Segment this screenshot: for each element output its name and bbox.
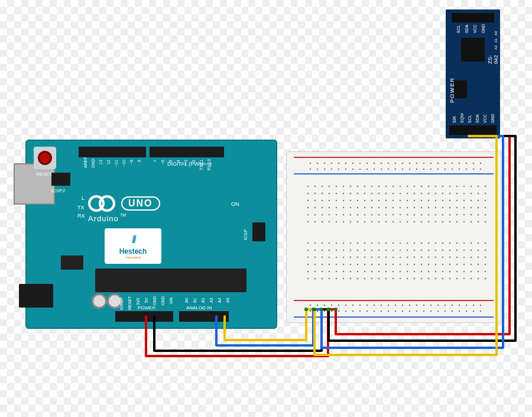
rtc-pin-32k: 32K (452, 116, 456, 123)
pin-d11: ~11 (114, 160, 118, 167)
pin-a3: A3 (209, 298, 213, 303)
analog-section-label: ANALOG IN (186, 305, 212, 311)
pin-d8: 8 (137, 160, 141, 162)
bb-holes-rail-top (306, 159, 483, 171)
pin-d13: 13 (99, 160, 103, 164)
pin-vin: VIN (169, 297, 173, 304)
arduino-wordmark: Arduino (88, 214, 119, 223)
pin-aref: AREF (83, 157, 87, 168)
reset-button[interactable] (34, 147, 56, 169)
pin-a5: A5 (226, 298, 230, 303)
rtc-pin-vcc-top: VCC (473, 24, 477, 33)
rtc-pin-sqw: SQW (460, 113, 464, 123)
rtc-pin-vcc: VCC (483, 114, 487, 123)
rtc-eeprom-chip (454, 80, 467, 98)
rtc-pin-scl: SCL (468, 115, 472, 123)
rtc-pin-gnd-top: GND (481, 24, 485, 33)
bb-rail-top-neg (294, 173, 494, 174)
pin-tx0: TX0 1 (199, 159, 203, 170)
power-header (115, 311, 173, 322)
bb-rail-top-pos (294, 157, 494, 158)
atmega-chip (95, 269, 246, 292)
led-rx-label: RX (77, 213, 85, 219)
board-branding: UNO (88, 196, 160, 211)
icsp-label: ICSP (243, 229, 248, 240)
rtc-addr-a1: A1 (494, 38, 498, 43)
pin-d5: ~5 (168, 160, 173, 164)
icsp-header (252, 222, 265, 241)
rtc-addr-a0: A0 (494, 31, 498, 35)
on-led-label: ON (231, 201, 239, 207)
uno-badge: UNO (121, 196, 160, 211)
watermark: //// Hestech Indonesia (105, 228, 161, 264)
pin-5v: 5V (144, 298, 148, 303)
reset-label: RESET (36, 172, 52, 177)
pin-ioref: IOREF (119, 298, 124, 310)
rtc-header-bottom (449, 125, 497, 135)
rtc-addr-a2: A2 (494, 46, 498, 50)
power-jack (19, 284, 53, 308)
pin-a1: A1 (193, 298, 197, 303)
pin-reset: RESET (128, 296, 132, 310)
pin-d10: ~10 (122, 160, 126, 167)
rtc-pin-sda: SDA (475, 115, 479, 123)
rtc-module: SCL SDA VCC GND A0 A1 A2 32K SQW SCL SDA… (446, 9, 500, 138)
rtc-pin-sda-top: SDA (465, 25, 469, 33)
pin-d2: 2 (192, 160, 196, 162)
pin-d4: 4 (176, 160, 180, 162)
icsp2-header (51, 173, 70, 186)
pin-a2: A2 (201, 298, 205, 303)
pin-gnd-d: GND (91, 159, 95, 168)
watermark-subtitle: Indonesia (125, 256, 141, 259)
pin-d9: ~9 (129, 160, 134, 164)
bb-rail-bot-pos (294, 300, 494, 301)
bb-rail-bot-neg (294, 316, 494, 318)
digital-header-left (79, 147, 146, 157)
pin-d12: 12 (106, 160, 111, 164)
icsp2-label: ICSP2 (51, 188, 65, 193)
digital-header-right (150, 147, 224, 157)
arduino-board: RESET ICSP2 DIGITAL (PWM=~) AREF GND 13 … (25, 140, 277, 329)
digital-section-label: DIGITAL (PWM=~) (167, 161, 212, 167)
bb-holes-lower (303, 238, 490, 281)
pin-rx0: RX0 0 (207, 159, 211, 170)
analog-header (179, 311, 229, 322)
rtc-ds3231-chip (461, 38, 485, 62)
bb-holes-rail-bottom (306, 301, 483, 313)
watermark-brand: Hestech (119, 247, 147, 256)
breadboard (286, 151, 501, 323)
rtc-model-label: ZS-042 (487, 51, 499, 64)
pin-d3: ~3 (184, 160, 188, 164)
rtc-pin-scl-top: SCL (456, 25, 460, 33)
rtc-pin-gnd: GND (491, 114, 495, 123)
voltage-regulator (61, 256, 83, 270)
power-section-label: POWER (138, 305, 155, 311)
infinity-icon (88, 196, 115, 211)
pin-a0: A0 (184, 298, 189, 303)
bb-holes-upper (303, 182, 490, 224)
led-tx-label: TX (77, 205, 85, 211)
tm-mark: TM (120, 213, 126, 217)
watermark-stripes-icon: //// (132, 234, 134, 246)
pin-gnd1: GND (153, 296, 157, 305)
pin-3v3: 3V3 (136, 298, 140, 305)
pin-d7: 7 (153, 160, 157, 162)
led-l-label: L (82, 195, 85, 201)
pin-d6: ~6 (161, 160, 165, 164)
rtc-header-top (452, 13, 494, 22)
usb-port (14, 163, 55, 205)
rtc-power-label: POWER (449, 77, 455, 103)
pin-a4: A4 (218, 298, 222, 303)
capacitor-1 (92, 293, 107, 309)
pin-gnd2: GND (161, 296, 165, 305)
